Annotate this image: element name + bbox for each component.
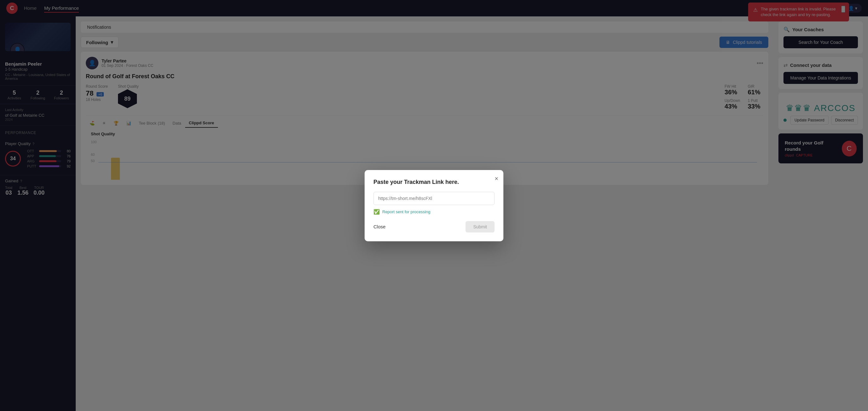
trackman-modal: Paste your Trackman Link here. × ✅ Repor… <box>365 170 503 241</box>
modal-footer: Close Submit <box>373 221 495 232</box>
modal-close-button[interactable]: Close <box>373 224 385 229</box>
modal-close-x-button[interactable]: × <box>495 175 498 182</box>
success-text: Report sent for processing <box>382 210 430 214</box>
success-check-icon: ✅ <box>373 209 380 215</box>
modal-overlay[interactable]: Paste your Trackman Link here. × ✅ Repor… <box>0 0 868 411</box>
modal-title: Paste your Trackman Link here. <box>373 179 495 186</box>
trackman-link-input[interactable] <box>373 192 495 205</box>
modal-submit-button[interactable]: Submit <box>466 221 495 232</box>
modal-success-message: ✅ Report sent for processing <box>373 209 495 215</box>
